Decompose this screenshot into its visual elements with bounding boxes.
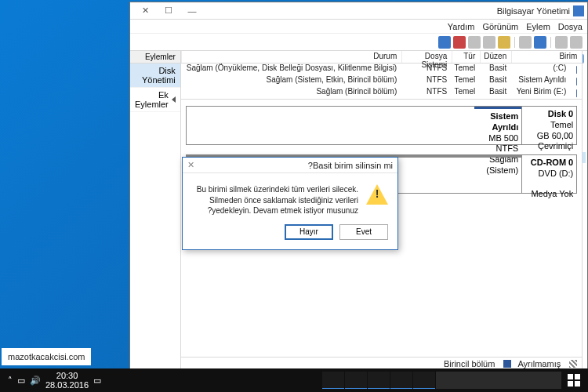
separator [550, 37, 551, 48]
toolbar [130, 34, 587, 51]
tree-item[interactable]: Hizmetler ve Uygulamalar [582, 163, 586, 174]
no-button[interactable]: Hayır [285, 224, 333, 240]
taskbar: ˄ ▭ 🔊 20:30 28.03.2016 ▭ [0, 368, 588, 392]
tray-chevron-icon[interactable]: ˄ [8, 376, 13, 386]
legend-bar: Ayrılmamış Birincil bölüm [181, 357, 582, 369]
svg-rect-2 [568, 381, 573, 387]
svg-rect-0 [568, 374, 573, 379]
separator [514, 37, 515, 48]
properties-icon[interactable] [519, 36, 532, 49]
actions-disk-management[interactable]: Disk Yönetimi [130, 64, 180, 88]
disk-0-label: Disk 0 Temel 60,00 GB Çevrimiçi [521, 107, 576, 144]
titlebar: Bilgisayar Yönetimi — ☐ ✕ [130, 2, 587, 20]
svg-rect-3 [575, 381, 580, 387]
volume-row[interactable]: Yeni Birim (E:)BasitTemelNTFSSağlam (Bir… [181, 87, 582, 99]
dialog-message: Bu birimi silmek üzerindeki tüm verileri… [192, 184, 358, 216]
legend-primary: Birincil bölüm [444, 359, 495, 368]
tree-item[interactable]: Performans [582, 119, 586, 130]
taskbar-app-edge[interactable] [368, 372, 390, 389]
confirm-delete-dialog: Basit birim silinsin mi? ✕ Bu birimi sil… [182, 157, 398, 250]
col-type[interactable]: Tür [452, 51, 480, 63]
close-button[interactable]: ✕ [133, 4, 157, 18]
tray-network-icon[interactable]: ▭ [17, 376, 25, 386]
dialog-close-icon[interactable]: ✕ [187, 160, 194, 170]
tree-item[interactable]: Olay Görüntüleyicisi [582, 86, 586, 97]
legend-unallocated-icon [569, 360, 577, 368]
watermark: mazotkacakcisi.com [2, 348, 91, 365]
tree-item[interactable]: Paylaşılan Klasörler [582, 97, 586, 108]
nav-tree: Bilgisayar Yönetimi (Yerel)Sistem Araçla… [582, 51, 587, 369]
disk-0[interactable]: Disk 0 Temel 60,00 GB Çevrimiçi Sistem A… [186, 106, 577, 145]
col-layout[interactable]: Düzen [480, 51, 511, 63]
menu-action[interactable]: Eylem [526, 22, 550, 31]
view3-icon[interactable] [453, 36, 466, 49]
tree-item[interactable]: Sistem Araçları [582, 64, 586, 75]
volume-icon [576, 89, 577, 97]
view4-icon[interactable] [438, 36, 451, 49]
help-icon[interactable] [498, 36, 510, 49]
refresh-icon[interactable] [534, 36, 546, 49]
tree-item[interactable]: Disk Yönetimi [582, 152, 586, 163]
legend-primary-icon [503, 360, 511, 368]
forward-icon[interactable] [555, 36, 568, 49]
system-tray[interactable]: ˄ ▭ 🔊 20:30 28.03.2016 ▭ [3, 371, 101, 390]
chevron-icon [172, 96, 176, 103]
actions-pane: Eylemler Disk Yönetimi Ek Eylemler [130, 51, 180, 369]
view2-icon[interactable] [468, 36, 481, 49]
actions-title: Eylemler [130, 51, 180, 64]
warning-icon [366, 184, 388, 205]
windows-icon [568, 374, 580, 387]
dialog-titlebar: Basit birim silinsin mi? ✕ [183, 158, 397, 173]
maximize-button[interactable]: ☐ [157, 4, 180, 18]
cdrom-0-label: CD-ROM 0 DVD (D:) Medya Yok [521, 155, 576, 193]
menu-help[interactable]: Yardım [448, 22, 475, 31]
tree-item[interactable]: Aygıt Yöneticisi [582, 130, 586, 141]
col-status[interactable]: Durum [181, 51, 401, 63]
back-icon[interactable] [570, 36, 583, 49]
taskbar-app-explorer[interactable] [390, 372, 412, 389]
tree-item[interactable]: Yerel Kullanıcılar ve Gru [582, 108, 586, 119]
task-view-icon[interactable] [413, 372, 435, 389]
tree-item[interactable]: Görev Zamanlayıcı [582, 75, 586, 86]
menu-file[interactable]: Dosya [558, 22, 583, 31]
minimize-button[interactable]: — [180, 4, 204, 18]
taskbar-search[interactable] [436, 372, 561, 389]
menubar: Dosya Eylem Görünüm Yardım [130, 20, 587, 34]
window-title: Bilgisayar Yönetimi [204, 6, 570, 16]
taskbar-clock[interactable]: 20:30 28.03.2016 [45, 371, 89, 390]
partition-system-reserved[interactable]: Sistem Ayrıldı 500 MB NTFS Sağlam (Siste… [474, 107, 521, 144]
start-button[interactable] [563, 372, 585, 389]
menu-view[interactable]: Görünüm [482, 22, 518, 31]
volume-row[interactable]: Sistem AyrıldıBasitTemelNTFSSağlam (Sist… [181, 75, 582, 87]
col-fs[interactable]: Dosya Sistemi [401, 51, 452, 63]
volume-row[interactable]: (C:)BasitTemelNTFSSağlam (Önyükleme, Dis… [181, 64, 582, 75]
volume-header: Birim Düzen Tür Dosya Sistemi Durum [181, 51, 582, 64]
actions-more[interactable]: Ek Eylemler [130, 88, 180, 112]
tray-volume-icon[interactable]: 🔊 [30, 376, 41, 386]
notifications-icon[interactable]: ▭ [93, 376, 101, 386]
svg-rect-1 [575, 374, 580, 379]
dialog-title: Basit birim silinsin mi? [308, 161, 393, 170]
app-icon [573, 5, 584, 16]
volume-icon [576, 66, 577, 74]
taskbar-app-store[interactable] [345, 372, 367, 389]
tree-item[interactable]: Bilgisayar Yönetimi (Yerel) [583, 53, 586, 64]
col-volume[interactable]: Birim [511, 51, 582, 63]
folder-icon [582, 54, 584, 64]
volume-icon [576, 78, 577, 85]
legend-unallocated: Ayrılmamış [517, 359, 561, 368]
tree-item[interactable]: Depolama [582, 141, 586, 152]
yes-button[interactable]: Evet [339, 224, 388, 240]
view-icon[interactable] [483, 36, 495, 49]
taskbar-app-mgmt[interactable] [322, 372, 344, 389]
